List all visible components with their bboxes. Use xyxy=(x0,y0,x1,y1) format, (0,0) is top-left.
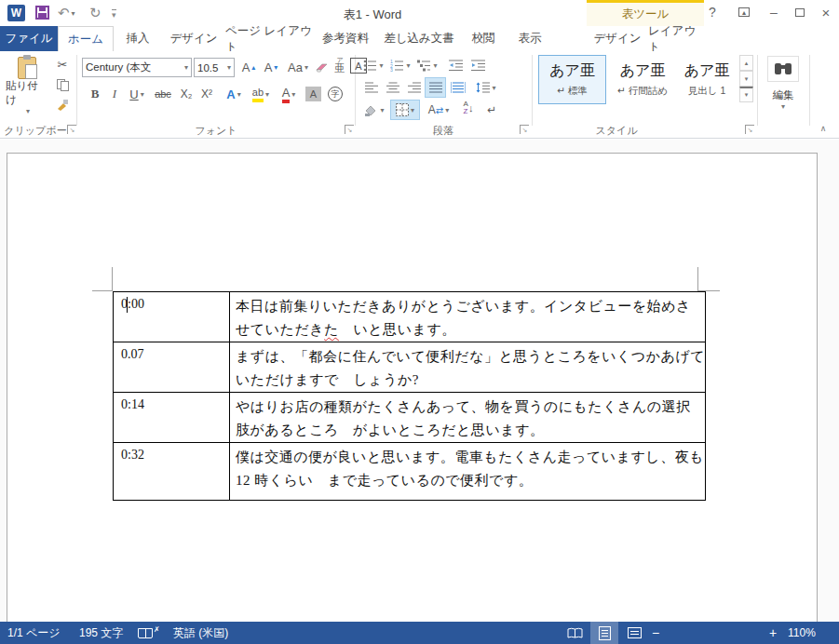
zoom-level[interactable]: 110% xyxy=(788,622,816,644)
undo-icon[interactable]: ↶▾ xyxy=(58,5,75,21)
font-group-label: フォント xyxy=(78,124,354,138)
style-heading1[interactable]: あア亜 見出し 1 xyxy=(677,55,737,104)
text-cell[interactable]: まずは、「都会に住んでいて便利だな」と思うところをいくつかあげて いただけますで… xyxy=(230,342,706,393)
page-indicator[interactable]: 1/1 ページ xyxy=(7,622,61,644)
close-button[interactable]: × xyxy=(814,2,838,22)
text-effects-button[interactable]: A▾ xyxy=(222,85,246,103)
strikethrough-button[interactable]: abc xyxy=(151,85,175,103)
minimize-button[interactable]: – xyxy=(762,2,786,22)
borders-button[interactable]: ▾ xyxy=(391,101,419,119)
font-dialog-launcher[interactable]: ↘ xyxy=(345,125,354,134)
styles-gallery-more-icon[interactable]: ▾ xyxy=(739,87,753,102)
word-logo-icon: W xyxy=(7,5,25,21)
table-row: 0:14 やはりお店の種類がたくさんあって、物を買うのにもたくさんの選択 肢があ… xyxy=(114,393,706,443)
tab-review[interactable]: 校閲 xyxy=(460,26,507,51)
subscript-button[interactable]: X₂ xyxy=(177,85,196,103)
word-count[interactable]: 195 文字 xyxy=(79,622,123,644)
align-center-button[interactable] xyxy=(383,78,402,97)
tab-design[interactable]: デザイン xyxy=(162,26,225,51)
justify-button[interactable] xyxy=(426,78,445,97)
paragraph-group-label: 段落 xyxy=(356,124,531,138)
styles-gallery-scroll[interactable]: ▴ ▾ ▾ xyxy=(739,55,753,102)
distribute-button[interactable] xyxy=(447,78,468,97)
web-layout-button[interactable] xyxy=(620,622,648,644)
align-left-button[interactable] xyxy=(361,78,381,97)
format-painter-icon[interactable] xyxy=(52,96,73,114)
tab-view[interactable]: 表示 xyxy=(507,26,553,51)
proofing-status-icon[interactable]: ✗ xyxy=(138,622,160,644)
print-layout-button[interactable] xyxy=(590,622,618,644)
grow-font-button[interactable]: A▴ xyxy=(238,58,259,76)
collapse-ribbon-button[interactable]: ∧ xyxy=(816,124,831,133)
bold-button[interactable]: B xyxy=(86,85,104,103)
style-normal[interactable]: あア亜 ↵ 標準 xyxy=(538,55,606,104)
clear-formatting-icon[interactable] xyxy=(314,58,331,76)
increase-indent-button[interactable] xyxy=(467,56,488,74)
multilevel-list-button[interactable]: ▾ xyxy=(415,56,440,74)
shrink-font-button[interactable]: A▾ xyxy=(261,58,281,76)
styles-scroll-down-icon[interactable]: ▾ xyxy=(739,71,753,87)
change-case-button[interactable]: Aa▾ xyxy=(285,58,311,76)
align-right-button[interactable] xyxy=(404,78,424,97)
underline-button[interactable]: U▾ xyxy=(125,85,149,103)
tab-page-layout[interactable]: ページ レイアウト xyxy=(225,26,313,51)
ribbon-display-options-button[interactable]: ▴ xyxy=(732,2,756,22)
line-spacing-button[interactable]: ▾ xyxy=(473,78,499,97)
highlight-color-button[interactable]: ab▾ xyxy=(248,85,274,103)
italic-button[interactable]: I xyxy=(106,85,123,103)
find-button[interactable] xyxy=(767,56,799,82)
paste-label: 貼り付け xyxy=(6,79,48,107)
redo-icon[interactable]: ↻ xyxy=(89,5,101,21)
tab-references[interactable]: 参考資料 xyxy=(313,26,378,51)
maximize-button[interactable] xyxy=(788,2,812,22)
paste-button[interactable]: 貼り付け ▾ xyxy=(6,55,48,120)
font-color-button[interactable]: A▾ xyxy=(276,85,302,103)
tab-table-design[interactable]: デザイン xyxy=(587,26,648,51)
superscript-button[interactable]: X² xyxy=(197,85,216,103)
font-size-combo[interactable]: 10.5▾ xyxy=(194,58,235,77)
zoom-in-button[interactable]: + xyxy=(769,622,777,644)
text-cell[interactable]: 本日は前集りいただきありがとうございます。インタビューを始めさ せていただきた … xyxy=(230,292,706,342)
time-cell[interactable]: 0:32 xyxy=(114,443,230,501)
sort-button[interactable]: AZ ↓ xyxy=(458,99,479,117)
read-mode-button[interactable] xyxy=(561,622,589,644)
paragraph-dialog-launcher[interactable]: ↘ xyxy=(520,125,529,134)
font-name-combo[interactable]: Century (本文▾ xyxy=(82,58,192,77)
time-cell[interactable]: 0.07 xyxy=(114,342,230,393)
tab-table-layout[interactable]: レイアウト xyxy=(648,26,704,51)
style-no-spacing[interactable]: あア亜 ↵ 行間詰め xyxy=(610,55,675,104)
time-cell[interactable]: 0:14 xyxy=(114,393,230,443)
numbering-button[interactable]: 123▾ xyxy=(388,56,413,74)
font-name-value: Century (本文 xyxy=(86,60,151,74)
styles-group-label: スタイル xyxy=(533,124,700,138)
editing-group-button[interactable]: 編集 xyxy=(758,88,808,102)
language-indicator[interactable]: 英語 (米国) xyxy=(173,622,228,644)
decrease-indent-button[interactable] xyxy=(445,56,466,74)
copy-icon[interactable] xyxy=(52,75,73,94)
tab-file[interactable]: ファイル xyxy=(0,26,58,51)
tab-home[interactable]: ホーム xyxy=(58,26,114,51)
save-icon[interactable] xyxy=(35,6,49,20)
zoom-out-button[interactable]: − xyxy=(652,622,659,644)
enclose-characters-button[interactable]: 字 xyxy=(326,85,345,103)
bullets-button[interactable]: ▾ xyxy=(361,56,386,74)
character-shading-button[interactable]: A xyxy=(305,87,321,101)
cut-icon[interactable]: ✂ xyxy=(52,55,73,74)
help-button[interactable]: ? xyxy=(700,2,724,22)
qat-customize-icon[interactable]: ▾ xyxy=(112,9,116,19)
styles-dialog-launcher[interactable]: ↘ xyxy=(745,125,754,134)
text-cell[interactable]: やはりお店の種類がたくさんあって、物を買うのにもたくさんの選択 肢があるところ … xyxy=(230,393,706,443)
document-area: 0:00 本日は前集りいただきありがとうございます。インタビューを始めさ せてい… xyxy=(0,140,839,622)
window-title: 表1 - Word xyxy=(279,7,466,23)
tab-mailings[interactable]: 差し込み文書 xyxy=(378,26,460,51)
phonetic-guide-icon[interactable]: ア亜 xyxy=(332,56,347,74)
clipboard-dialog-launcher[interactable]: ↘ xyxy=(67,125,76,134)
styles-scroll-up-icon[interactable]: ▴ xyxy=(739,55,753,71)
time-cell[interactable]: 0:00 xyxy=(114,292,230,342)
tab-insert[interactable]: 挿入 xyxy=(114,26,162,51)
editing-dropdown-icon[interactable]: ▾ xyxy=(758,102,808,111)
show-formatting-marks-button[interactable]: ↵ xyxy=(482,101,501,119)
shading-button[interactable]: ▾ xyxy=(361,101,387,119)
character-scaling-button[interactable]: A⇄▾ xyxy=(425,101,453,119)
text-cell[interactable]: 僕は交通の便が良いと思います。電車もたくさん走っていますし、夜も 12 時くらい… xyxy=(230,443,706,501)
